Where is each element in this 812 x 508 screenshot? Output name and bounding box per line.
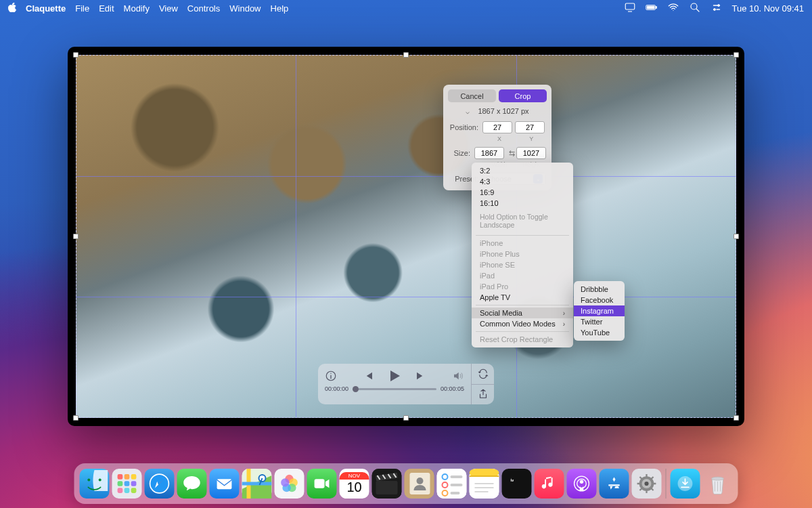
svg-rect-30: [315, 479, 325, 488]
size-label: Size:: [449, 149, 470, 157]
landscape-hint: Hold Option to Toggle Landscape: [472, 209, 573, 233]
svg-rect-22: [217, 479, 232, 489]
dock-reminders[interactable]: [437, 469, 467, 499]
svg-point-9: [87, 479, 90, 482]
dock-finder[interactable]: [80, 469, 110, 499]
dock-appletv[interactable]: tv: [502, 469, 532, 499]
preset-instagram[interactable]: Instagram: [574, 305, 625, 316]
size-height-input[interactable]: [516, 147, 546, 159]
svg-point-55: [712, 477, 724, 480]
svg-point-10: [99, 479, 102, 482]
svg-rect-46: [470, 475, 499, 477]
position-y-input[interactable]: [515, 121, 545, 133]
dock-claquette[interactable]: [372, 469, 402, 499]
svg-rect-17: [118, 488, 123, 493]
svg-rect-19: [131, 488, 137, 493]
dock-facetime[interactable]: [307, 469, 337, 499]
dimensions-text: 1867 x 1027 px: [478, 107, 528, 115]
menu-edit[interactable]: Edit: [99, 3, 114, 14]
preset-ratio-16-10[interactable]: 16:10: [472, 198, 573, 209]
play-icon[interactable]: [386, 368, 403, 386]
menu-file[interactable]: File: [75, 3, 89, 14]
share-icon[interactable]: [472, 385, 494, 405]
skip-back-icon[interactable]: [362, 370, 374, 384]
preset-ratio-16-9[interactable]: 16:9: [472, 187, 573, 198]
skip-forward-icon[interactable]: [415, 370, 427, 384]
svg-point-6: [713, 8, 715, 10]
size-width-input[interactable]: [474, 147, 504, 159]
dock-notes[interactable]: [470, 469, 499, 499]
preset-iphone-plus: iPhone Plus: [472, 249, 573, 259]
dock: NOV10 tv: [74, 463, 738, 504]
dock-launchpad[interactable]: [112, 469, 142, 499]
menu-controls[interactable]: Controls: [187, 3, 220, 14]
info-icon[interactable]: [325, 370, 337, 384]
dock-messages[interactable]: [177, 469, 207, 499]
dock-safari[interactable]: [145, 469, 175, 499]
loop-icon[interactable]: [472, 364, 494, 385]
svg-rect-39: [451, 475, 463, 478]
dock-appstore[interactable]: [600, 469, 629, 499]
svg-point-50: [580, 480, 583, 484]
menubar: Claquette File Edit Modify View Controls…: [0, 0, 812, 16]
dock-downloads[interactable]: [671, 469, 700, 499]
preset-twitter[interactable]: Twitter: [574, 316, 625, 327]
preset-ratio-4-3[interactable]: 4:3: [472, 176, 573, 187]
preset-common-video-modes[interactable]: Common Video Modes›: [472, 318, 573, 329]
svg-rect-11: [118, 474, 123, 480]
menu-window[interactable]: Window: [229, 3, 261, 14]
control-center-icon[interactable]: [710, 1, 723, 16]
aspect-lock-icon[interactable]: ⇆: [507, 149, 516, 158]
time-elapsed: 00:00:00: [325, 385, 348, 392]
cancel-button[interactable]: Cancel: [448, 89, 496, 102]
preset-ipad: iPad: [472, 270, 573, 281]
dock-music[interactable]: [535, 469, 564, 499]
clock[interactable]: Tue 10. Nov 09:41: [732, 3, 804, 14]
position-x-input[interactable]: [482, 121, 512, 133]
dock-settings[interactable]: [632, 469, 662, 499]
wifi-icon[interactable]: [667, 1, 679, 16]
dock-podcasts[interactable]: [567, 469, 597, 499]
preset-youtube[interactable]: YouTube: [574, 327, 625, 338]
svg-rect-43: [451, 492, 460, 494]
svg-rect-3: [647, 5, 654, 8]
social-media-submenu: Dribbble Facebook Instagram Twitter YouT…: [574, 281, 625, 341]
svg-rect-14: [118, 481, 123, 486]
preset-dribbble[interactable]: Dribbble: [574, 284, 625, 295]
svg-rect-33: [376, 481, 398, 494]
menu-help[interactable]: Help: [271, 3, 289, 14]
dock-maps[interactable]: [242, 469, 272, 499]
apple-menu-icon[interactable]: [8, 3, 18, 14]
dock-mail[interactable]: [210, 469, 240, 499]
svg-rect-15: [125, 481, 130, 486]
volume-icon[interactable]: [452, 370, 464, 384]
pos-y-sublabel: Y: [517, 135, 546, 142]
spotlight-icon[interactable]: [689, 1, 701, 16]
preset-dropdown: 3:2 4:3 16:9 16:10 Hold Option to Toggle…: [472, 163, 573, 347]
menu-separator: [476, 331, 569, 332]
timeline-track[interactable]: [353, 388, 436, 390]
menu-modify[interactable]: Modify: [124, 3, 150, 14]
crop-dimensions-toggle[interactable]: ⌵ 1867 x 1027 px: [443, 105, 551, 119]
playback-hud: 00:00:00 00:00:05: [318, 364, 494, 404]
dock-trash[interactable]: [703, 469, 733, 499]
preset-social-media[interactable]: Social Media›: [472, 308, 573, 318]
dock-calendar[interactable]: NOV10: [340, 469, 369, 499]
dock-photos[interactable]: [275, 469, 304, 499]
chevron-right-icon: ›: [563, 320, 565, 328]
menu-view[interactable]: View: [159, 3, 178, 14]
svg-point-4: [691, 3, 697, 9]
app-name[interactable]: Claquette: [26, 3, 66, 14]
timeline-knob[interactable]: [353, 386, 359, 392]
preset-apple-tv[interactable]: Apple TV: [472, 292, 573, 303]
crop-button[interactable]: Crop: [499, 89, 547, 102]
preset-ratio-3-2[interactable]: 3:2: [472, 165, 573, 176]
svg-rect-0: [625, 3, 635, 9]
svg-rect-12: [125, 474, 130, 480]
preset-facebook[interactable]: Facebook: [574, 295, 625, 305]
dock-contacts[interactable]: [405, 469, 434, 499]
battery-icon[interactable]: [646, 1, 658, 16]
svg-point-53: [644, 482, 648, 486]
svg-point-36: [417, 478, 424, 484]
screen-mirroring-icon[interactable]: [624, 1, 636, 16]
